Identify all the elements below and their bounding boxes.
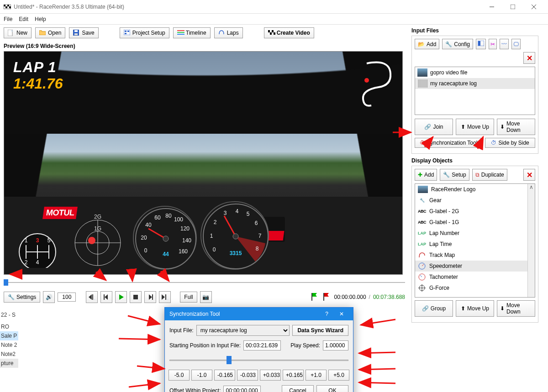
svg-text:2: 2 bbox=[25, 259, 28, 266]
step-back-button[interactable] bbox=[100, 291, 112, 303]
scrollbar[interactable]: ∧ bbox=[527, 184, 535, 297]
step-minus-5[interactable]: -5.0 bbox=[169, 370, 190, 381]
step-minus-0165[interactable]: -0.165 bbox=[214, 370, 235, 381]
dialog-cancel-button[interactable]: Cancel bbox=[282, 385, 314, 392]
object-item[interactable]: LAPLap Number bbox=[415, 228, 535, 239]
object-move-up-button[interactable]: ⬆Move Up bbox=[456, 300, 494, 317]
preview-viewport[interactable]: LAP 1 1:41.76 MOTUL WR SST MOTUL 1 2 3 bbox=[4, 51, 403, 275]
step-plus-0033[interactable]: +0.033 bbox=[260, 370, 281, 381]
svg-rect-11 bbox=[74, 30, 78, 32]
step-plus-1[interactable]: +1.0 bbox=[306, 370, 327, 381]
svg-line-97 bbox=[129, 383, 160, 387]
laps-button[interactable]: Laps bbox=[214, 27, 243, 38]
duplicate-button[interactable]: ⧉Duplicate bbox=[472, 169, 507, 181]
monitor-button[interactable]: 🖵 bbox=[511, 39, 521, 49]
object-item[interactable]: G-Force bbox=[415, 282, 535, 293]
sync-slider[interactable] bbox=[169, 355, 348, 365]
start-pos-input[interactable] bbox=[243, 340, 281, 350]
play-button[interactable] bbox=[115, 291, 127, 303]
sync-slider-thumb[interactable] bbox=[227, 356, 232, 364]
object-item[interactable]: ABCG-label - 2G bbox=[415, 206, 535, 217]
object-item[interactable]: 🔧Gear bbox=[415, 195, 535, 206]
object-item[interactable]: Speedometer bbox=[415, 261, 535, 272]
setup-object-button[interactable]: 🔧Setup bbox=[440, 169, 469, 181]
config-file-button[interactable]: 🔧Config bbox=[442, 39, 473, 49]
dialog-titlebar[interactable]: Synchronization Tool ? ✕ bbox=[165, 308, 353, 320]
layout1-button[interactable] bbox=[476, 39, 486, 49]
graph-button[interactable]: 〰 bbox=[500, 39, 509, 49]
menu-edit[interactable]: Edit bbox=[19, 16, 28, 22]
step-plus-0165[interactable]: +0.165 bbox=[283, 370, 304, 381]
maximize-button[interactable] bbox=[502, 0, 523, 14]
close-button[interactable] bbox=[523, 0, 544, 14]
dialog-ok-button[interactable]: OK bbox=[316, 385, 348, 392]
object-item[interactable]: Tachometer bbox=[415, 272, 535, 282]
svg-line-100 bbox=[359, 369, 395, 370]
add-object-button[interactable]: ✚Add bbox=[415, 169, 437, 181]
svg-rect-2 bbox=[7, 5, 9, 6]
remove-file-button[interactable]: ✕ bbox=[523, 52, 535, 64]
data-sync-wizard-button[interactable]: Data Sync Wizard bbox=[292, 325, 348, 336]
green-flag-icon[interactable] bbox=[311, 293, 320, 302]
new-button[interactable]: New bbox=[4, 27, 32, 38]
file-move-up-button[interactable]: ⬆Move Up bbox=[456, 119, 494, 135]
svg-text:2: 2 bbox=[168, 295, 168, 300]
snapshot-button[interactable]: 📷 bbox=[200, 291, 212, 303]
step-fwd-button[interactable] bbox=[144, 291, 156, 303]
svg-rect-12 bbox=[74, 33, 78, 35]
display-objects-list[interactable]: RaceRender Logo 🔧Gear ABCG-label - 2G AB… bbox=[415, 183, 535, 298]
menu-help[interactable]: Help bbox=[35, 16, 46, 22]
project-setup-button[interactable]: Project Setup bbox=[120, 27, 169, 38]
step-plus-5[interactable]: +5.0 bbox=[328, 370, 349, 381]
red-flag-icon[interactable] bbox=[322, 293, 332, 302]
stop-button[interactable] bbox=[130, 291, 142, 303]
input-file-select[interactable]: my racecapture log bbox=[196, 325, 290, 336]
step-back-10-button[interactable]: 2 bbox=[86, 291, 98, 303]
timeline-button[interactable]: Timeline bbox=[173, 27, 211, 38]
remove-object-button[interactable]: ✕ bbox=[523, 169, 535, 181]
volume-input[interactable] bbox=[58, 293, 76, 302]
input-files-list[interactable]: gopro video file my racecapture log bbox=[415, 67, 535, 115]
object-item[interactable]: Track Map bbox=[415, 250, 535, 261]
cut-button[interactable]: ✂ bbox=[489, 39, 497, 49]
object-item[interactable]: LAPLap Time bbox=[415, 239, 535, 250]
svg-line-83 bbox=[420, 275, 422, 277]
object-move-down-button[interactable]: ⬇Move Down bbox=[497, 300, 535, 317]
fullscreen-button[interactable]: Full bbox=[180, 292, 197, 303]
step-minus-0033[interactable]: -0.033 bbox=[237, 370, 258, 381]
step-fwd-10-button[interactable]: 2 bbox=[159, 291, 171, 303]
join-button[interactable]: 🔗Join bbox=[415, 119, 453, 135]
step-minus-1[interactable]: -1.0 bbox=[191, 370, 212, 381]
settings-button[interactable]: 🔧Settings bbox=[4, 292, 40, 303]
file-move-down-button[interactable]: ⬇Move Down bbox=[497, 119, 535, 135]
create-video-button[interactable]: Create Video bbox=[264, 27, 314, 38]
play-speed-input[interactable] bbox=[323, 340, 348, 350]
svg-rect-74 bbox=[165, 294, 166, 300]
timeline-scrubber[interactable] bbox=[4, 278, 405, 287]
dialog-help-button[interactable]: ? bbox=[321, 311, 333, 317]
file-item-log[interactable]: my racecapture log bbox=[415, 78, 535, 89]
title-bar: Untitled* - RaceRender 3.5.8 Ultimate (6… bbox=[0, 0, 548, 14]
logo-icon bbox=[418, 186, 428, 193]
offset-input[interactable] bbox=[223, 386, 261, 392]
file-item-video[interactable]: gopro video file bbox=[415, 67, 535, 78]
menu-file[interactable]: File bbox=[4, 16, 12, 22]
add-file-button[interactable]: 📂Add bbox=[415, 39, 439, 49]
open-button[interactable]: Open bbox=[35, 27, 65, 38]
side-by-side-button[interactable]: ⏱Side by Side bbox=[485, 138, 535, 148]
offset-label: Offset Within Project: bbox=[169, 387, 221, 392]
svg-text:7: 7 bbox=[258, 233, 262, 239]
svg-text:1: 1 bbox=[210, 233, 213, 239]
sync-tool-button[interactable]: ⏱Synchronization Tool bbox=[415, 138, 482, 148]
scrubber-thumb[interactable] bbox=[4, 279, 8, 286]
camera-icon: 📷 bbox=[202, 294, 209, 300]
dialog-close-button[interactable]: ✕ bbox=[335, 311, 348, 317]
map-icon bbox=[418, 251, 426, 259]
object-item[interactable]: RaceRender Logo bbox=[415, 184, 535, 195]
svg-point-54 bbox=[163, 236, 169, 241]
save-button[interactable]: Save bbox=[69, 27, 98, 38]
group-button[interactable]: 🔗Group bbox=[415, 300, 453, 317]
volume-button[interactable]: 🔊 bbox=[43, 291, 55, 303]
minimize-button[interactable] bbox=[481, 0, 502, 14]
object-item[interactable]: ABCG-label - 1G bbox=[415, 217, 535, 228]
